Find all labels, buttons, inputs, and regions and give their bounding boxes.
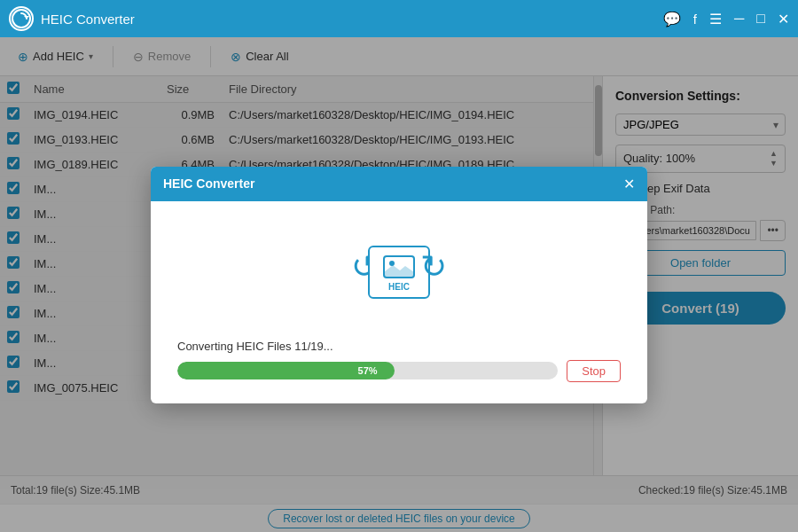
svg-marker-1 (24, 16, 29, 19)
modal-body: ↺ HEIC ↻ Converting HEIC Files 11/19... (151, 201, 647, 403)
modal-overlay: HEIC Converter ✕ ↺ HEIC ↻ Converting HEI (0, 37, 798, 532)
close-icon[interactable]: ✕ (778, 11, 789, 27)
progress-bar-fill (177, 362, 395, 379)
maximize-icon[interactable]: □ (756, 11, 765, 27)
menu-icon[interactable]: ☰ (709, 11, 722, 27)
facebook-icon[interactable]: f (693, 12, 697, 27)
modal-title: HEIC Converter (163, 176, 254, 191)
converting-text: Converting HEIC Files 11/19... (177, 340, 333, 353)
app-title: HEIC Converter (41, 12, 135, 27)
title-bar-controls: 💬 f ☰ ─ □ ✕ (663, 11, 789, 27)
modal-header: HEIC Converter ✕ (151, 167, 647, 201)
modal-dialog: HEIC Converter ✕ ↺ HEIC ↻ Converting HEI (151, 167, 647, 403)
heic-animation: ↺ HEIC ↻ (346, 219, 452, 325)
arrow-right-icon: ↻ (420, 248, 447, 286)
app-logo (9, 6, 34, 31)
modal-close-button[interactable]: ✕ (623, 176, 635, 192)
heic-label: HEIC (388, 282, 410, 292)
minimize-icon[interactable]: ─ (734, 11, 744, 27)
svg-point-3 (389, 261, 395, 266)
title-bar-left: HEIC Converter (9, 6, 135, 31)
chat-icon[interactable]: 💬 (663, 11, 681, 27)
progress-bar-bg: 57% (177, 362, 558, 379)
progress-row: 57% Stop (177, 360, 621, 382)
title-bar: HEIC Converter 💬 f ☰ ─ □ ✕ (0, 0, 798, 37)
stop-button[interactable]: Stop (567, 360, 621, 382)
